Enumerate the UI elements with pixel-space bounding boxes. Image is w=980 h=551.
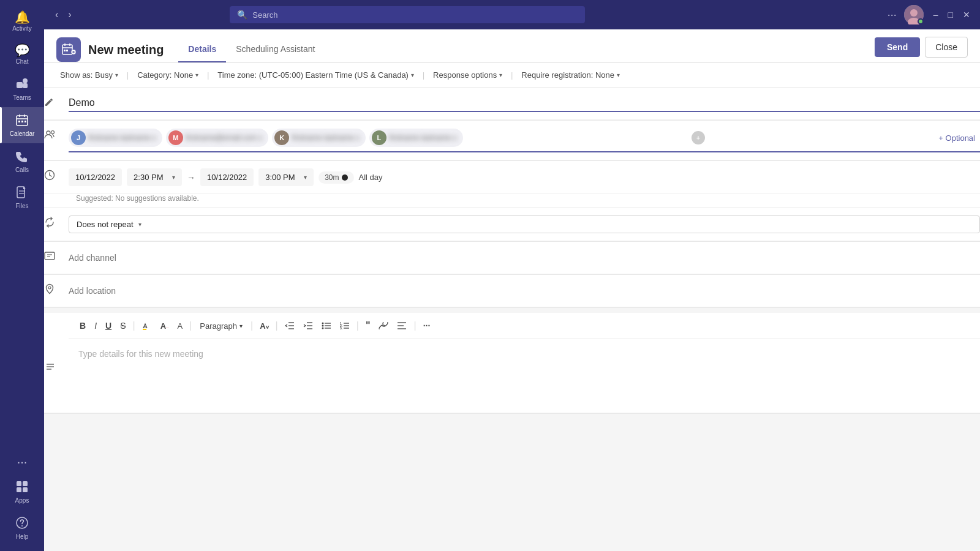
sidebar-item-teams[interactable]: Teams: [0, 71, 44, 107]
sidebar-item-label-activity: Activity: [12, 25, 32, 32]
search-bar[interactable]: 🔍 Search: [230, 6, 585, 23]
sidebar-item-activity[interactable]: 🔔 Activity: [0, 5, 44, 38]
more-formatting-button[interactable]: ···: [420, 318, 434, 333]
recurrence-chevron: ▾: [138, 221, 141, 228]
sidebar-item-calls[interactable]: Calls: [0, 143, 44, 179]
send-button[interactable]: Send: [875, 37, 920, 57]
require-registration-dropdown[interactable]: Require registration: None ▾: [518, 68, 624, 82]
attendee-name: firstname@email.com x: [186, 133, 263, 142]
bold-button[interactable]: B: [76, 318, 89, 333]
teams-icon: [15, 77, 29, 92]
editor-placeholder: Type details for this new meeting: [78, 349, 203, 359]
require-registration-label: Require registration: None: [521, 70, 614, 80]
show-as-dropdown[interactable]: Show as: Busy ▾: [56, 68, 122, 82]
font-size-button[interactable]: A: [173, 319, 186, 333]
recurrence-dropdown[interactable]: Does not repeat ▾: [69, 216, 980, 233]
channel-input[interactable]: [69, 249, 176, 266]
form-area: J firstname lastname x M firstname@email…: [44, 88, 980, 551]
window-controls: – □ ✕: [931, 7, 973, 22]
optional-button[interactable]: + Optional: [933, 131, 980, 145]
sidebar-item-label-files: Files: [15, 203, 28, 209]
tab-details[interactable]: Details: [178, 37, 226, 62]
editor-row: B I U S |: [44, 313, 980, 413]
attendee-chip: M firstname@email.com x: [166, 129, 269, 147]
attendees-section: J firstname lastname x M firstname@email…: [44, 121, 980, 161]
meeting-tabs: Details Scheduling Assistant: [178, 37, 325, 62]
italic-button[interactable]: I: [91, 318, 100, 333]
chat-icon: 💬: [15, 44, 30, 56]
indent-increase-button[interactable]: [300, 319, 317, 332]
editor-icon-container: [44, 314, 69, 413]
nav-forward-button[interactable]: ›: [64, 7, 75, 23]
repeat-icon: [44, 217, 55, 228]
edit-icon-container: [44, 96, 69, 107]
close-meeting-button[interactable]: Close: [925, 37, 968, 58]
category-dropdown[interactable]: Category: None ▾: [134, 68, 202, 82]
sidebar-item-apps[interactable]: Apps: [0, 474, 44, 510]
allday-label[interactable]: All day: [359, 173, 383, 182]
minimize-button[interactable]: –: [931, 7, 941, 22]
topbar: ‹ › 🔍 Search ··· – □ ✕: [44, 0, 980, 29]
link-button[interactable]: [375, 320, 392, 332]
bullet-list-button[interactable]: [318, 319, 335, 332]
attendee-avatar: L: [372, 130, 386, 145]
highlight-button[interactable]: [138, 318, 156, 333]
title-input[interactable]: [69, 95, 980, 112]
quote-button[interactable]: ": [362, 318, 374, 334]
topbar-more-icon[interactable]: ···: [888, 9, 897, 21]
svg-point-32: [51, 131, 55, 134]
svg-point-39: [48, 287, 51, 289]
editor-body[interactable]: Type details for this new meeting: [69, 339, 980, 413]
channel-row: [44, 242, 980, 274]
datetime-section: 10/12/2022 2:30 PM ▾ → 10/12/2022 3:00 P…: [44, 161, 980, 208]
end-time-select[interactable]: 3:00 PM ▾: [258, 168, 314, 186]
attendee-chip: L firstname lastname x: [369, 129, 463, 147]
strikethrough-button[interactable]: S: [116, 318, 129, 333]
underline-button[interactable]: U: [102, 318, 115, 333]
svg-rect-16: [23, 487, 28, 492]
font-color-button[interactable]: A_: [157, 319, 173, 333]
attendee-name: firstname lastname x: [88, 133, 156, 142]
location-input[interactable]: [69, 282, 176, 299]
maximize-button[interactable]: □: [946, 7, 956, 22]
paragraph-dropdown[interactable]: Paragraph ▾: [195, 319, 247, 333]
sidebar-item-calendar[interactable]: Calendar: [0, 107, 44, 143]
sidebar-item-files[interactable]: Files: [0, 179, 44, 216]
nav-back-button[interactable]: ‹: [51, 7, 62, 23]
location-field: [69, 282, 980, 299]
channel-icon: [44, 250, 55, 261]
svg-rect-2: [23, 83, 28, 88]
recurrence-label: Does not repeat: [77, 220, 134, 229]
start-date-input[interactable]: 10/12/2022: [69, 168, 122, 186]
timezone-dropdown[interactable]: Time zone: (UTC-05:00) Eastern Time (US …: [214, 68, 418, 82]
end-date-input[interactable]: 10/12/2022: [200, 168, 254, 186]
indent-decrease-button[interactable]: [281, 319, 298, 332]
edit-icon: [44, 96, 55, 107]
attendees-field[interactable]: J firstname lastname x M firstname@email…: [69, 128, 980, 152]
more-icon: ···: [17, 455, 28, 468]
search-icon: 🔍: [237, 10, 247, 20]
editor-toolbar: B I U S |: [69, 313, 980, 339]
close-button[interactable]: ✕: [960, 7, 973, 22]
location-row: [44, 275, 980, 307]
align-button[interactable]: [393, 319, 410, 332]
channel-section: [44, 242, 980, 275]
help-icon: [15, 516, 29, 531]
sidebar-item-label-apps: Apps: [15, 497, 29, 504]
end-time-value: 3:00 PM: [265, 173, 295, 182]
numbered-list-button[interactable]: 1. 2. 3.: [336, 319, 353, 332]
format-button[interactable]: Aᵥ: [256, 319, 272, 333]
start-time-select[interactable]: 2:30 PM ▾: [127, 168, 182, 186]
sidebar-item-more[interactable]: ···: [0, 449, 44, 474]
show-as-chevron: ▾: [115, 72, 118, 78]
title-row: [44, 88, 980, 120]
sidebar-item-chat[interactable]: 💬 Chat: [0, 38, 44, 71]
svg-point-55: [322, 328, 323, 329]
tab-scheduling[interactable]: Scheduling Assistant: [226, 37, 325, 62]
user-status-indicator: [918, 18, 924, 24]
sidebar-item-help[interactable]: Help: [0, 510, 44, 546]
user-avatar[interactable]: [904, 5, 924, 24]
response-options-dropdown[interactable]: Response options ▾: [429, 68, 506, 82]
show-as-label: Show as: Busy: [60, 70, 113, 80]
sidebar-item-label-chat: Chat: [15, 58, 28, 65]
